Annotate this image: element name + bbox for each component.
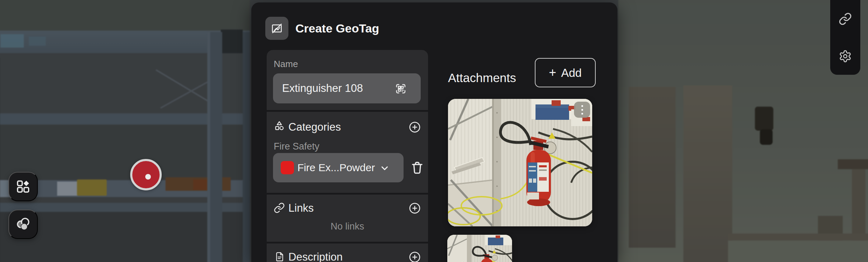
plus-circle-icon [408, 202, 421, 214]
plus-circle-icon [408, 121, 421, 133]
chain-link-icon [274, 202, 285, 213]
geotag-form: Name [267, 50, 428, 262]
settings-button[interactable] [830, 37, 860, 75]
categories-label: Categories [288, 121, 341, 133]
top-right-toolbar [830, 0, 860, 75]
kebab-dot [581, 113, 583, 115]
geotag-image-placeholder-button[interactable] [265, 17, 288, 40]
shapes-icon [274, 120, 285, 131]
cluster-icon [15, 216, 31, 232]
geotags-cluster-button[interactable] [8, 210, 38, 239]
attachment-thumbnail[interactable] [447, 235, 512, 262]
qr-scan-icon [395, 83, 406, 94]
plus-icon: + [549, 66, 556, 79]
add-description-button[interactable] [408, 251, 421, 262]
description-label: Description [288, 251, 343, 262]
links-label: Links [288, 202, 314, 214]
attachment-thumbnail[interactable] [448, 99, 592, 226]
dialog-title: Create GeoTag [295, 17, 379, 40]
links-empty-text: No links [267, 221, 428, 232]
geotag-editor-screen: Create GeoTag Name [0, 0, 868, 262]
add-attachment-button[interactable]: + Add [535, 58, 596, 87]
kebab-dot [581, 109, 583, 111]
add-link-button[interactable] [408, 202, 421, 214]
share-link-button[interactable] [830, 0, 860, 37]
geotag-marker[interactable] [130, 159, 162, 190]
attachment-menu-button[interactable] [574, 102, 590, 118]
category-color-swatch [281, 161, 294, 174]
links-section: Links No links [267, 195, 428, 242]
link-icon [839, 12, 852, 26]
name-section: Name [267, 50, 428, 110]
trash-icon [410, 160, 424, 175]
category-selected-value: Fire Ex...Powder [295, 153, 377, 182]
plus-circle-icon [408, 251, 421, 262]
add-category-button[interactable] [408, 121, 421, 133]
name-label: Name [274, 59, 298, 70]
gear-icon [839, 50, 852, 63]
kebab-dot [581, 105, 583, 107]
delete-category-button[interactable] [410, 159, 425, 176]
description-section: Description [267, 243, 428, 262]
attachment-photo [448, 99, 592, 226]
image-off-icon [271, 22, 283, 35]
attachment-photo [447, 235, 512, 262]
category-group-label: Fire Safety [274, 141, 320, 152]
attachments-title: Attachments [448, 71, 516, 85]
category-select[interactable]: Fire Ex...Powder [273, 153, 404, 182]
geotag-marker-dot [145, 174, 151, 180]
apps-grid-icon [16, 179, 30, 194]
chevron-down-icon [379, 163, 390, 173]
apps-menu-button[interactable] [8, 172, 38, 201]
scan-qr-button[interactable] [395, 83, 407, 95]
categories-section: Categories Fire Safety Fire Ex...Powder [267, 112, 428, 193]
document-icon [274, 251, 285, 262]
create-geotag-dialog: Create GeoTag Name [251, 2, 617, 262]
